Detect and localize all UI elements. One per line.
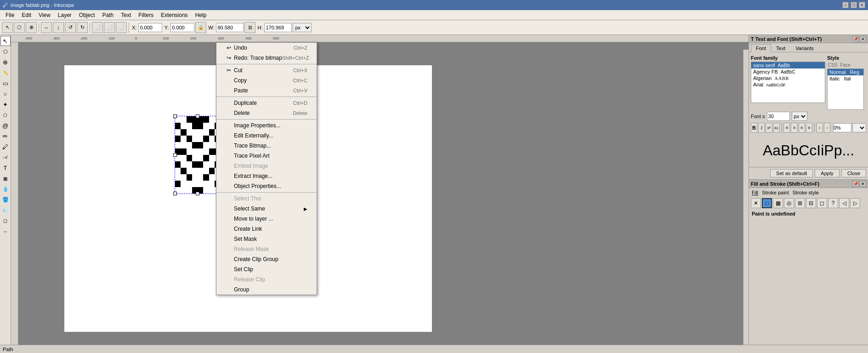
fill-stroke-pin-btn[interactable]: 📌 <box>852 181 859 187</box>
lock-btn[interactable]: 🔒 <box>195 22 206 33</box>
canvas-area[interactable]: -400 -300 -200 -100 0 100 200 300 400 50… <box>11 35 749 353</box>
style-normal[interactable]: Normal Reg <box>828 69 863 75</box>
fill-prev-btn[interactable]: ◁ <box>839 198 849 208</box>
tool-dropper[interactable]: 💧 <box>0 184 11 194</box>
fill-pattern-btn[interactable]: ⊟ <box>806 198 816 208</box>
ctx-set-mask[interactable]: Set Mask <box>216 234 317 244</box>
link-btn[interactable]: ⛓ <box>244 22 255 33</box>
tool-calligraphy[interactable]: 𝒜 <box>0 152 11 162</box>
tool-gradient[interactable]: ▦ <box>0 173 11 183</box>
fill-mesh-btn[interactable]: ⊞ <box>795 198 805 208</box>
minimize-button[interactable]: − <box>842 2 849 8</box>
v-scrollbar[interactable] <box>743 50 749 347</box>
flip-v-btn[interactable]: ↕ <box>53 22 64 33</box>
rotate-ccw-btn[interactable]: ↺ <box>65 22 76 33</box>
menu-extensions[interactable]: Extensions <box>157 11 192 19</box>
ctx-delete[interactable]: Delete Delete <box>216 108 317 118</box>
select-tool-btn[interactable]: ↖ <box>2 22 13 33</box>
tool-pencil[interactable]: ✏ <box>0 131 11 141</box>
tool-spiral[interactable]: @ <box>0 120 11 131</box>
ctx-cut[interactable]: ✂Cut Ctrl+X <box>216 65 317 75</box>
fill-none-btn[interactable]: × <box>751 198 761 208</box>
ctx-trace-bitmap[interactable]: Trace Bitmap... <box>216 141 317 151</box>
font-item-sans-serif[interactable]: sans-serif AaBb <box>751 62 825 68</box>
text-font-close-btn[interactable]: × <box>860 36 866 42</box>
align-left-btn[interactable]: ⬜ <box>92 22 103 33</box>
text-font-pin-btn[interactable]: 📌 <box>852 36 859 42</box>
tool-zoom[interactable]: ⊕ <box>0 57 11 67</box>
fmt-italic-btn[interactable]: I <box>758 123 765 133</box>
fill-linear-btn[interactable]: ▦ <box>773 198 783 208</box>
height-input[interactable] <box>264 23 292 32</box>
menu-help[interactable]: Help <box>192 11 210 19</box>
width-input[interactable] <box>216 23 244 32</box>
style-list[interactable]: Normal Reg Italic Ital <box>827 68 864 110</box>
menu-text[interactable]: Text <box>117 11 135 19</box>
tool-rect[interactable]: ▭ <box>0 78 11 88</box>
font-size-unit[interactable]: px pt <box>792 112 807 121</box>
fmt-subscript-btn[interactable]: x₂ <box>773 123 780 133</box>
tool-text[interactable]: T <box>0 163 11 173</box>
coord-x-input[interactable] <box>138 23 162 32</box>
align-center-btn[interactable]: ⬜ <box>104 22 115 33</box>
set-default-button[interactable]: Set as default <box>770 169 813 177</box>
apply-button[interactable]: Apply <box>815 169 840 177</box>
opacity-select[interactable] <box>852 123 866 132</box>
font-item-agency-fb[interactable]: Agency FB AaBbC <box>751 68 825 75</box>
ctx-select-same[interactable]: Select Same ▶ <box>216 204 317 214</box>
ctx-move-to-layer[interactable]: Move to layer ... <box>216 214 317 224</box>
ctx-image-properties[interactable]: Image Properties... <box>216 120 317 131</box>
fmt-align-left-btn[interactable]: ≡ <box>783 123 790 133</box>
selected-object[interactable] <box>175 116 221 194</box>
menu-view[interactable]: View <box>35 11 54 19</box>
ctx-set-clip[interactable]: Set Clip <box>216 264 317 274</box>
tab-font[interactable]: Font <box>751 44 771 52</box>
fill-unknown-btn[interactable]: ? <box>828 198 838 208</box>
menu-layer[interactable]: Layer <box>54 11 75 19</box>
ctx-copy[interactable]: Copy Ctrl+C <box>216 75 317 85</box>
tab-text[interactable]: Text <box>771 44 790 52</box>
unit-select[interactable]: px mm cm in <box>293 23 312 32</box>
tool-node[interactable]: ⬡ <box>0 46 11 57</box>
close-panel-button[interactable]: Close <box>841 169 866 177</box>
ctx-create-clip-group[interactable]: Create Clip Group <box>216 254 317 264</box>
ctx-trace-pixel-art[interactable]: Trace Pixel Art <box>216 151 317 161</box>
font-item-algerian[interactable]: Algerian AABB <box>751 75 825 81</box>
tool-circle[interactable]: ○ <box>0 89 11 99</box>
tool-connector[interactable]: ↔ <box>0 226 11 236</box>
flip-h-btn[interactable]: ↔ <box>41 22 52 33</box>
ctx-object-properties[interactable]: Object Properties... <box>216 181 317 191</box>
rotate-cw-btn[interactable]: ↻ <box>77 22 88 33</box>
tool-spray[interactable]: 💨 <box>0 205 11 215</box>
tool-paint-bucket[interactable]: 🪣 <box>0 194 11 205</box>
tool-measure[interactable]: 📏 <box>0 68 11 78</box>
fill-swatch-btn[interactable]: ◻ <box>817 198 827 208</box>
fill-tab-stroke-paint[interactable]: Stroke paint <box>762 190 789 195</box>
font-family-list[interactable]: sans-serif AaBb Agency FB AaBbC Algerian… <box>751 62 825 103</box>
close-button[interactable]: × <box>859 2 865 8</box>
handle-bottom-mid[interactable] <box>196 192 199 195</box>
maximize-button[interactable]: □ <box>851 2 857 8</box>
fill-radial-btn[interactable]: ◎ <box>784 198 794 208</box>
ctx-redo[interactable]: ↪Redo: Trace bitmap Shift+Ctrl+Z <box>216 53 317 63</box>
fmt-bold-btn[interactable]: B <box>751 123 757 133</box>
fmt-superscript-btn[interactable]: x² <box>766 123 772 133</box>
handle-bottom-left[interactable] <box>173 192 177 195</box>
ctx-extract-image[interactable]: Extract Image... <box>216 171 317 181</box>
handle-top-left[interactable] <box>173 114 177 118</box>
ctx-group[interactable]: Group <box>216 285 317 295</box>
tool-eraser[interactable]: ◻ <box>0 216 11 226</box>
ctx-duplicate[interactable]: Duplicate Ctrl+D <box>216 98 317 108</box>
menu-path[interactable]: Path <box>99 11 118 19</box>
menu-filters[interactable]: Filters <box>135 11 157 19</box>
fmt-align-justify-btn[interactable]: ≡ <box>806 123 812 133</box>
tool-star[interactable]: ✦ <box>0 99 11 109</box>
zoom-btn[interactable]: ⊕ <box>26 22 37 33</box>
coord-y-input[interactable] <box>170 23 194 32</box>
ctx-create-link[interactable]: Create Link <box>216 224 317 234</box>
opacity-input[interactable] <box>833 123 851 132</box>
canvas-content[interactable]: ↩Undo Ctrl+Z ↪Redo: Trace bitmap Shift+C… <box>18 42 749 353</box>
fill-tab-stroke-style[interactable]: Stroke style <box>793 190 819 195</box>
fill-next-btn[interactable]: ▷ <box>850 198 860 208</box>
tab-variants[interactable]: Variants <box>790 44 819 52</box>
